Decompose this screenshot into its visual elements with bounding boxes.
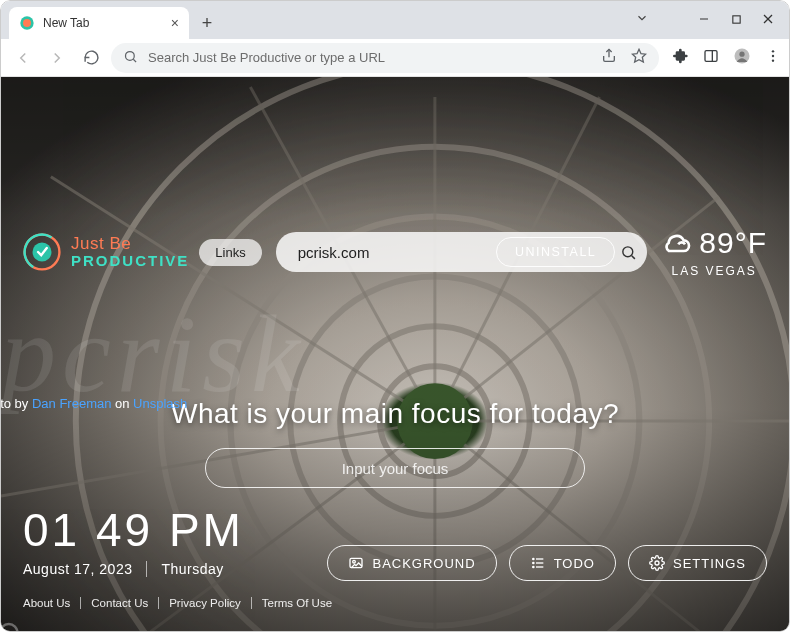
top-search[interactable]: UNINSTALL (276, 232, 648, 272)
divider (146, 561, 147, 577)
profile-icon[interactable] (733, 47, 751, 69)
close-icon[interactable]: × (171, 15, 179, 31)
search-input[interactable] (298, 244, 496, 261)
svg-point-15 (772, 54, 774, 56)
svg-point-42 (655, 561, 659, 565)
logo: Just Be PRODUCTIVE (23, 233, 189, 271)
svg-point-35 (353, 560, 356, 563)
clock-date: August 17, 2023 (23, 561, 132, 577)
svg-line-7 (133, 59, 136, 62)
weather-icon (661, 227, 693, 259)
reload-button[interactable] (77, 44, 105, 72)
tab-favicon (19, 15, 35, 31)
list-icon (530, 555, 546, 571)
back-button[interactable] (9, 44, 37, 72)
footer-links: About Us Contact Us Privacy Policy Terms… (23, 597, 767, 609)
divider (158, 597, 159, 609)
image-icon (348, 555, 364, 571)
uninstall-button[interactable]: UNINSTALL (496, 237, 615, 267)
browser-tab[interactable]: New Tab × (9, 7, 189, 39)
new-tab-button[interactable]: + (193, 9, 221, 37)
svg-rect-3 (732, 15, 739, 22)
weather-temp: 89°F (699, 226, 767, 260)
footer-privacy[interactable]: Privacy Policy (169, 597, 241, 609)
divider (80, 597, 81, 609)
menu-icon[interactable] (765, 48, 781, 68)
logo-text-line1: Just Be (71, 235, 189, 253)
close-window-button[interactable] (753, 7, 783, 31)
settings-button[interactable]: SETTINGS (628, 545, 767, 581)
svg-point-13 (739, 51, 744, 56)
footer-contact[interactable]: Contact Us (91, 597, 148, 609)
chevron-down-icon[interactable] (635, 11, 649, 29)
svg-point-31 (33, 243, 52, 262)
search-go-icon[interactable] (615, 239, 641, 265)
svg-point-40 (532, 562, 533, 563)
photo-credit: Photo by Dan Freeman on Unsplash (1, 396, 765, 411)
weather-widget[interactable]: 89°F LAS VEGAS (661, 226, 767, 278)
background-button[interactable]: BACKGROUND (327, 545, 496, 581)
credit-middle: on (111, 396, 133, 411)
svg-marker-9 (632, 49, 645, 62)
share-icon[interactable] (601, 48, 617, 67)
footer-about[interactable]: About Us (23, 597, 70, 609)
omnibox-placeholder: Search Just Be Productive or type a URL (148, 50, 385, 65)
clock-day: Thursday (161, 561, 223, 577)
svg-rect-10 (705, 50, 717, 61)
logo-icon (23, 233, 61, 271)
svg-point-32 (623, 246, 633, 256)
extensions-icon[interactable] (673, 48, 689, 68)
browser-toolbar: Search Just Be Productive or type a URL (1, 39, 789, 77)
svg-point-14 (772, 50, 774, 52)
svg-point-41 (532, 566, 533, 567)
forward-button[interactable] (43, 44, 71, 72)
footer-terms[interactable]: Terms Of Use (262, 597, 332, 609)
links-button[interactable]: Links (199, 239, 261, 266)
minimize-button[interactable] (689, 7, 719, 31)
credit-source-link[interactable]: Unsplash (133, 396, 187, 411)
search-icon (123, 49, 138, 67)
gear-icon (649, 555, 665, 571)
logo-text-line2: PRODUCTIVE (71, 253, 189, 269)
maximize-button[interactable] (721, 7, 751, 31)
svg-point-16 (772, 59, 774, 61)
credit-prefix: Photo by (1, 396, 32, 411)
omnibox[interactable]: Search Just Be Productive or type a URL (111, 43, 659, 73)
credit-author-link[interactable]: Dan Freeman (32, 396, 111, 411)
svg-line-33 (631, 255, 634, 258)
settings-label: SETTINGS (673, 556, 746, 571)
svg-point-1 (23, 19, 31, 27)
todo-button[interactable]: TODO (509, 545, 616, 581)
browser-titlebar: New Tab × + (1, 1, 789, 39)
todo-label: TODO (554, 556, 595, 571)
svg-point-39 (532, 558, 533, 559)
tab-title: New Tab (43, 16, 89, 30)
bookmark-icon[interactable] (631, 48, 647, 67)
sidepanel-icon[interactable] (703, 48, 719, 68)
focus-input[interactable] (205, 448, 585, 488)
weather-location: LAS VEGAS (671, 264, 756, 278)
uninstall-label: UNINSTALL (515, 245, 596, 259)
svg-point-6 (126, 51, 135, 60)
background-label: BACKGROUND (372, 556, 475, 571)
divider (251, 597, 252, 609)
